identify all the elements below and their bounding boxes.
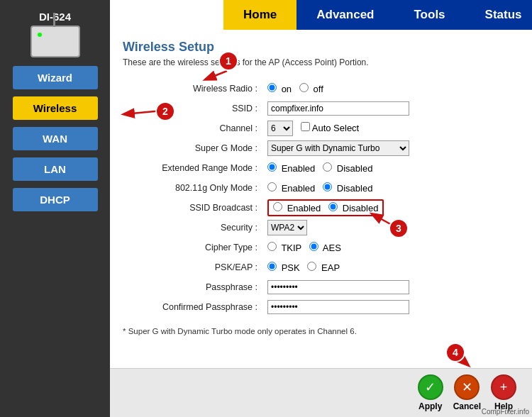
annotation-1: 1 [218,51,238,71]
help-button[interactable]: + Help [491,374,516,411]
brand-logo: DI-624 [9,6,101,62]
top-nav: Home Advanced Tools Status Help [223,0,532,30]
radio-on-label: on [282,84,292,94]
extended-range-label: Extended Range Mode : [123,158,265,178]
passphrase-input[interactable] [267,280,409,294]
auto-select-check[interactable] [301,122,310,131]
eap-radio[interactable] [307,262,316,271]
brand-label: DI-624 [39,11,71,23]
sidebar-btn-dhcp[interactable]: DHCP [13,188,98,211]
ext-disabled-label: Disabled [337,163,373,174]
security-row: Security : NoneWEPWPAWPA2 [123,218,519,238]
cipher-type-row: Cipher Type : TKIP AES [123,238,519,257]
11g-enabled-label: Enabled [282,183,316,194]
psk-eap-label: PSK/EAP : [123,257,265,277]
cancel-icon: ✕ [454,374,480,400]
sidebar-btn-lan[interactable]: LAN [13,157,98,181]
main-panel: Home Advanced Tools Status Help Wireless… [110,0,532,417]
router-image [31,26,80,57]
auto-select-label: Auto Select [312,123,360,133]
ssid-value [265,99,519,118]
ssid-broadcast-highlight: Enabled Disabled [267,199,384,216]
super-g-label: Super G Mode : [123,138,265,158]
page-title: Wireless Setup [123,40,519,55]
cipher-type-label: Cipher Type : [123,238,265,257]
ssid-row: SSID : [123,99,519,118]
super-g-value: Super G with Dynamic Turbo Super G witho… [265,138,519,158]
apply-icon: ✓ [418,374,443,400]
11g-enabled-radio[interactable] [267,182,277,191]
radio-on[interactable] [267,83,277,92]
sidebar-btn-wizard[interactable]: Wizard [13,66,98,89]
confirmed-passphrase-value [265,297,519,317]
super-g-row: Super G Mode : Super G with Dynamic Turb… [123,138,519,158]
wireless-radio-value: on off [265,79,519,99]
cancel-button[interactable]: ✕ Cancel [453,374,481,411]
sidebar-btn-wireless[interactable]: Wireless [13,96,98,120]
footnote: * Super G with Dynamic Turbo mode only o… [123,324,519,338]
ext-disabled-radio[interactable] [323,162,332,172]
ext-enabled-radio[interactable] [267,162,277,172]
ssid-enabled-label: Enabled [287,203,321,213]
psk-eap-value: PSK EAP [265,257,519,277]
psk-eap-row: PSK/EAP : PSK EAP [123,257,519,277]
help-icon: + [491,374,516,400]
ssid-disabled-radio[interactable] [328,202,338,211]
confirmed-passphrase-row: Confirmed Passphrase : [123,297,519,317]
wireless-radio-row: Wireless Radio : on off [123,79,519,99]
bottom-bar: ✓ Apply ✕ Cancel + Help [110,368,532,417]
channel-label: Channel : [123,118,265,138]
passphrase-value [265,277,519,297]
ssid-broadcast-label: SSID Broadcast : [123,198,265,218]
security-label: Security : [123,218,265,238]
mode-11g-value: Enabled Disabled [265,178,519,198]
mode-11g-label: 802.11g Only Mode : [123,178,265,198]
cipher-type-value: TKIP AES [265,238,519,257]
psk-label: PSK [282,262,300,273]
ssid-disabled-label: Disabled [343,203,379,213]
apply-button[interactable]: ✓ Apply [418,374,443,411]
ssid-broadcast-value: Enabled Disabled [265,198,519,218]
mode-11g-row: 802.11g Only Mode : Enabled Disabled [123,178,519,198]
11g-disabled-radio[interactable] [323,182,332,191]
psk-radio[interactable] [267,262,277,271]
confirmed-passphrase-label: Confirmed Passphrase : [123,297,265,317]
tab-tools[interactable]: Tools [394,0,465,30]
cipher-tkip-radio[interactable] [267,242,277,251]
ssid-enabled-radio[interactable] [273,202,282,211]
cipher-tkip-label: TKIP [281,243,301,253]
sidebar-btn-wan[interactable]: WAN [13,127,98,150]
confirmed-passphrase-input[interactable] [267,300,409,314]
channel-value: 612345711 Auto Select [265,118,519,138]
sidebar: DI-624 Wizard Wireless WAN LAN DHCP [0,0,110,417]
channel-row: Channel : 612345711 Auto Select [123,118,519,138]
cipher-aes-label: AES [323,243,341,253]
passphrase-label: Passphrase : [123,277,265,297]
tab-advanced[interactable]: Advanced [297,0,394,30]
extended-range-row: Extended Range Mode : Enabled Disabled [123,158,519,178]
watermark: CompFixer.info [482,408,529,416]
page-content: Wireless Setup These are the wireless se… [110,30,532,368]
ssid-broadcast-row: SSID Broadcast : Enabled Disabled [123,198,519,218]
radio-off-label: off [314,84,323,94]
settings-form: Wireless Radio : on off SSID : [123,79,519,317]
annotation-2: 2 [155,101,175,121]
tab-home[interactable]: Home [223,0,297,30]
radio-off[interactable] [299,83,309,92]
channel-select[interactable]: 612345711 [267,121,293,136]
11g-disabled-label: Disabled [337,183,373,194]
cancel-label: Cancel [453,401,481,411]
ssid-input[interactable] [267,101,409,116]
tab-status[interactable]: Status [465,0,532,30]
passphrase-row: Passphrase : [123,277,519,297]
annotation-3: 3 [389,218,409,238]
wireless-radio-label: Wireless Radio : [123,79,265,99]
ssid-label: SSID : [123,99,265,118]
extended-range-value: Enabled Disabled [265,158,519,178]
page-description: These are the wireless settings for the … [123,57,519,67]
security-select[interactable]: NoneWEPWPAWPA2 [267,220,307,235]
cipher-aes-radio[interactable] [309,242,318,251]
eap-label: EAP [321,262,340,273]
super-g-select[interactable]: Super G with Dynamic Turbo Super G witho… [267,140,409,156]
apply-label: Apply [419,401,442,411]
